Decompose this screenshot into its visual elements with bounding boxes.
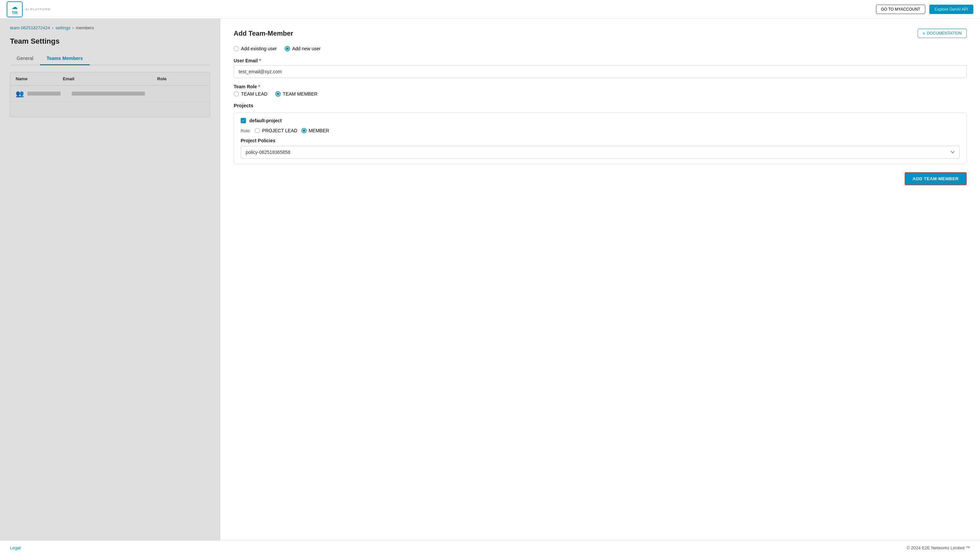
footer: Legal © 2024 E2E Networks Limited ™ [0, 541, 980, 555]
breadcrumb: team-062518272424 › settings › members [10, 25, 210, 30]
breadcrumb-team[interactable]: team-062518272424 [10, 25, 50, 30]
radio-circle-project-member [301, 128, 307, 133]
project-lead-label: PROJECT LEAD [262, 128, 297, 133]
team-member-label: TEAM MEMBER [283, 91, 317, 96]
table-row: 👥 [10, 86, 210, 102]
logo-subtitle: AI PLATFORM [25, 8, 51, 11]
radio-existing-user[interactable]: Add existing user [234, 46, 277, 51]
radio-circle-project-lead [255, 128, 260, 133]
policy-select[interactable]: policy-062518365858 [241, 146, 960, 159]
legal-link[interactable]: Legal [10, 545, 21, 550]
logo-box: ☁ TIR [6, 1, 22, 17]
member-label: MEMBER [308, 128, 329, 133]
breadcrumb-sep1: › [52, 25, 53, 30]
radio-team-lead[interactable]: TEAM LEAD [234, 91, 267, 96]
project-role-row: Role: PROJECT LEAD MEMBER [241, 128, 960, 133]
logo-area: ☁ TIR AI PLATFORM [6, 1, 51, 17]
radio-project-lead[interactable]: PROJECT LEAD [255, 128, 297, 133]
tab-members[interactable]: Teams Members [40, 52, 90, 65]
radio-circle-new [285, 46, 290, 51]
email-label: User Email * [234, 58, 967, 63]
logo-sub: AI PLATFORM [25, 8, 51, 11]
email-required: * [259, 58, 261, 63]
project-checkbox[interactable] [241, 118, 246, 123]
right-panel: Add Team-Member ≡ DOCUMENTATION Add exis… [220, 19, 980, 541]
cloud-icon: ☁ [12, 3, 18, 11]
policy-label: Project Policies [241, 138, 960, 143]
radio-team-member[interactable]: TEAM MEMBER [275, 91, 317, 96]
radio-circle-member [275, 91, 281, 96]
header: ☁ TIR AI PLATFORM GO TO MYACCOUNT Explor… [0, 0, 980, 19]
email-input[interactable] [234, 65, 967, 78]
blurred-email [72, 91, 145, 96]
doc-btn-label: DOCUMENTATION [927, 31, 962, 36]
myaccount-button[interactable]: GO TO MYACCOUNT [876, 5, 925, 14]
breadcrumb-current: members [76, 25, 94, 30]
team-lead-label: TEAM LEAD [241, 91, 267, 96]
modal-header: Add Team-Member ≡ DOCUMENTATION [234, 29, 967, 38]
copyright: © 2024 E2E Networks Limited ™ [907, 545, 970, 550]
role-sublabel: Role: [241, 128, 251, 133]
logo-text: TIR [12, 11, 18, 15]
radio-circle-lead [234, 91, 239, 96]
col-name: Name [16, 76, 63, 81]
col-email: Email [63, 76, 157, 81]
email-form-group: User Email * [234, 58, 967, 78]
projects-label: Projects [234, 103, 967, 108]
role-label: Team Role * [234, 84, 967, 89]
role-required: * [258, 84, 260, 89]
tab-general[interactable]: General [10, 52, 40, 65]
add-team-member-button[interactable]: ADD TEAM-MEMBER [904, 172, 967, 185]
blurred-name [27, 91, 61, 96]
radio-project-member[interactable]: MEMBER [301, 128, 329, 133]
col-role: Role [157, 76, 205, 81]
modal-title: Add Team-Member [234, 30, 293, 37]
project-header: default-project [241, 118, 960, 123]
tabs: General Teams Members [10, 52, 210, 65]
breadcrumb-sep2: › [72, 25, 74, 30]
projects-form-group: Projects default-project Role: PROJECT L… [234, 103, 967, 164]
team-role-group: TEAM LEAD TEAM MEMBER [234, 91, 967, 96]
radio-new-label: Add new user [292, 46, 321, 51]
members-table: Name Email Role 👥 [10, 72, 210, 117]
radio-new-user[interactable]: Add new user [285, 46, 321, 51]
table-empty-row [10, 102, 210, 117]
project-name: default-project [249, 118, 282, 123]
add-btn-row: ADD TEAM-MEMBER [234, 172, 967, 185]
project-card: default-project Role: PROJECT LEAD MEMBE… [234, 112, 967, 164]
user-icon: 👥 [16, 90, 24, 98]
breadcrumb-settings[interactable]: settings [55, 25, 70, 30]
left-panel: team-062518272424 › settings › members T… [0, 19, 220, 541]
radio-existing-label: Add existing user [241, 46, 277, 51]
role-form-group: Team Role * TEAM LEAD TEAM MEMBER [234, 84, 967, 96]
documentation-button[interactable]: ≡ DOCUMENTATION [918, 29, 967, 38]
radio-circle-existing [234, 46, 239, 51]
policy-section: Project Policies policy-062518365858 [241, 138, 960, 159]
page-title: Team Settings [10, 37, 210, 46]
main-layout: team-062518272424 › settings › members T… [0, 19, 980, 541]
doc-icon: ≡ [923, 31, 925, 36]
genai-button[interactable]: Explore GenAI API [929, 5, 974, 14]
user-type-radio-group: Add existing user Add new user [234, 46, 967, 51]
table-header: Name Email Role [10, 72, 210, 86]
